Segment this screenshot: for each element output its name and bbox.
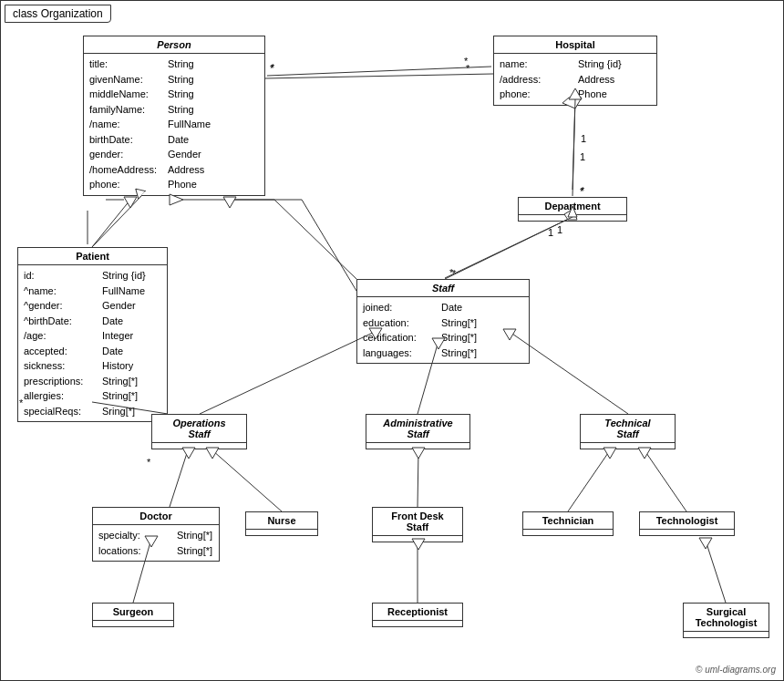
class-person-body: title:String givenName:String middleName… <box>84 54 264 195</box>
class-hospital: Hospital name:String {id} /address:Addre… <box>493 36 657 106</box>
svg-text:*: * <box>466 63 470 74</box>
svg-text:1: 1 <box>580 151 585 162</box>
class-staff-header: Staff <box>357 280 529 297</box>
svg-text:*: * <box>147 457 151 468</box>
svg-line-51 <box>706 541 726 603</box>
class-staff: Staff joined:Date education:String[*] ce… <box>356 279 530 364</box>
class-doctor-body: specialty:String[*] locations:String[*] <box>93 525 219 561</box>
svg-line-20 <box>267 67 491 76</box>
svg-marker-5 <box>170 194 183 205</box>
class-operations-staff-body <box>152 443 246 449</box>
svg-line-14 <box>265 74 493 78</box>
svg-text:1: 1 <box>548 227 553 238</box>
class-department-body <box>519 215 626 221</box>
class-nurse-header: Nurse <box>246 512 317 530</box>
class-technician: Technician <box>522 511 614 536</box>
class-administrative-staff-header: Administrative Staff <box>366 415 469 443</box>
svg-text:*: * <box>580 186 584 197</box>
svg-line-45 <box>645 450 686 511</box>
svg-text:*: * <box>581 185 585 196</box>
class-surgeon: Surgeon <box>92 603 174 627</box>
class-front-desk-staff-header: Front Desk Staff <box>373 508 462 536</box>
svg-line-10 <box>445 217 573 279</box>
class-patient-body: id:String {id} ^name:FullName ^gender:Ge… <box>18 265 167 421</box>
class-surgeon-header: Surgeon <box>93 604 173 621</box>
svg-line-31 <box>200 332 375 414</box>
class-receptionist-header: Receptionist <box>373 604 462 621</box>
class-patient-header: Patient <box>18 248 167 265</box>
class-hospital-header: Hospital <box>494 36 656 54</box>
svg-line-23 <box>573 99 575 196</box>
class-technical-staff-header: Technical Staff <box>581 415 675 443</box>
class-administrative-staff-body <box>366 443 469 449</box>
class-hospital-body: name:String {id} /address:Address phone:… <box>494 54 656 105</box>
diagram-container: class Organization Person title:String g… <box>0 0 784 681</box>
class-person: Person title:String givenName:String mid… <box>83 36 265 196</box>
class-technician-body <box>523 530 613 535</box>
class-operations-staff: Operations Staff <box>151 414 247 449</box>
class-nurse: Nurse <box>245 511 318 536</box>
svg-text:*: * <box>270 63 274 74</box>
class-surgical-technologist: Surgical Technologist <box>683 603 769 638</box>
class-technician-header: Technician <box>523 512 613 530</box>
class-person-header: Person <box>84 36 264 54</box>
copyright: © uml-diagrams.org <box>696 665 776 675</box>
class-staff-body: joined:Date education:String[*] certific… <box>357 297 529 363</box>
svg-text:*: * <box>271 62 275 73</box>
svg-line-6 <box>573 98 575 190</box>
class-nurse-body <box>246 530 317 535</box>
svg-line-39 <box>212 450 282 511</box>
diagram-title: class Organization <box>5 5 111 23</box>
class-technical-staff: Technical Staff <box>580 414 676 449</box>
svg-line-37 <box>170 450 188 507</box>
class-technologist-header: Technologist <box>640 512 734 530</box>
class-receptionist: Receptionist <box>372 603 463 627</box>
class-patient: Patient id:String {id} ^name:FullName ^g… <box>17 247 168 422</box>
class-operations-staff-header: Operations Staff <box>152 415 246 443</box>
class-department: Department <box>518 197 627 222</box>
class-surgical-technologist-body <box>684 632 769 637</box>
svg-line-27 <box>445 217 573 278</box>
class-technical-staff-body <box>581 443 675 449</box>
svg-line-41 <box>418 450 418 507</box>
class-administrative-staff: Administrative Staff <box>366 414 470 449</box>
svg-text:1: 1 <box>557 224 562 235</box>
svg-text:*: * <box>452 268 457 279</box>
svg-line-43 <box>568 450 610 511</box>
svg-text:*: * <box>449 267 454 278</box>
class-receptionist-body <box>373 621 462 626</box>
svg-marker-19 <box>223 197 236 208</box>
class-surgical-technologist-header: Surgical Technologist <box>684 604 769 632</box>
class-technologist: Technologist <box>639 511 735 536</box>
svg-line-4 <box>274 200 356 279</box>
svg-marker-18 <box>124 197 137 208</box>
class-front-desk-staff-body <box>373 536 462 542</box>
class-department-header: Department <box>519 198 626 215</box>
svg-text:*: * <box>464 56 469 67</box>
svg-marker-52 <box>699 538 712 549</box>
class-technologist-body <box>640 530 734 535</box>
class-surgeon-body <box>93 621 173 626</box>
svg-line-2 <box>92 195 142 247</box>
svg-line-17 <box>92 200 130 247</box>
class-doctor: Doctor specialty:String[*] locations:Str… <box>92 507 220 562</box>
svg-text:1: 1 <box>581 133 586 144</box>
class-doctor-header: Doctor <box>93 508 219 525</box>
class-front-desk-staff: Front Desk Staff <box>372 507 463 542</box>
